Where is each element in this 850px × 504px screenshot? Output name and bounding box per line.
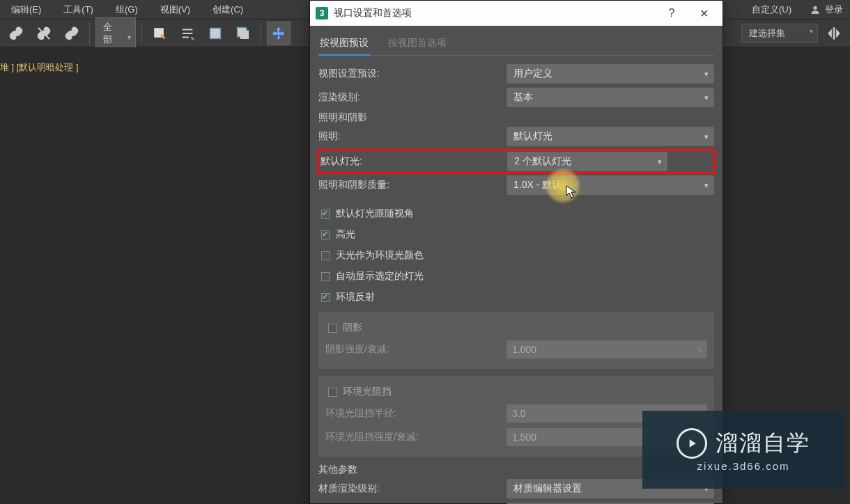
menu-tools[interactable]: 工具(T) xyxy=(52,0,105,19)
preset-combo[interactable]: 用户定义 xyxy=(507,64,714,84)
dialog-title: 视口设置和首选项 xyxy=(334,7,656,19)
select-object-icon[interactable] xyxy=(148,22,171,45)
menu-customize[interactable]: 自定义(U) xyxy=(741,0,803,19)
viewport-label[interactable]: 堆 ] [默认明暗处理 ] xyxy=(0,61,79,74)
render-level-combo[interactable]: 基本 xyxy=(507,88,714,107)
play-icon xyxy=(677,428,707,459)
link-icon[interactable] xyxy=(4,22,28,45)
select-window-crossing-icon[interactable] xyxy=(231,22,255,45)
login-label: 登录 xyxy=(825,3,843,16)
preset-label: 视图设置预设: xyxy=(318,68,507,80)
close-button[interactable]: ✕ xyxy=(688,3,720,24)
avatar-icon xyxy=(810,4,821,15)
ao-strength-label: 环境光阻挡强度/衰减: xyxy=(325,431,507,443)
cb-follow-view-label: 默认灯光跟随视角 xyxy=(336,207,414,220)
help-button[interactable]: ? xyxy=(656,3,688,24)
menu-edit[interactable]: 编辑(E) xyxy=(0,0,52,19)
cb-ao-label: 环境光阻挡 xyxy=(343,386,392,398)
bind-icon[interactable] xyxy=(60,22,84,45)
watermark: 溜溜自学 zixue.3d66.com xyxy=(642,411,844,489)
tab-prefs[interactable]: 按视图首选项 xyxy=(387,34,448,55)
watermark-title: 溜溜自学 xyxy=(716,428,810,459)
default-light-label: 默认灯光: xyxy=(320,155,507,168)
default-light-combo[interactable]: 2 个默认灯光 xyxy=(507,152,667,171)
default-light-row-highlight: 默认灯光: 2 个默认灯光 xyxy=(317,149,716,174)
cb-highlights[interactable] xyxy=(321,230,330,239)
cb-env-reflect[interactable] xyxy=(321,293,330,302)
shadow-panel: 阴影 阴影强度/衰减:1.000 xyxy=(318,312,714,369)
cb-shadow-label: 阴影 xyxy=(343,322,362,334)
cb-follow-view[interactable] xyxy=(321,210,330,219)
quality-combo[interactable]: 1.0X - 默认 xyxy=(507,175,714,195)
render-level-label: 渲染级别: xyxy=(318,91,507,104)
select-by-name-icon[interactable] xyxy=(176,22,199,45)
cb-env-reflect-label: 环境反射 xyxy=(336,291,375,304)
app-icon: 3 xyxy=(316,7,328,19)
mirror-icon[interactable] xyxy=(822,22,846,45)
lighting-section-label: 照明和阴影 xyxy=(318,111,714,124)
shadow-falloff-label: 阴影强度/衰减: xyxy=(325,343,507,356)
menu-group[interactable]: 组(G) xyxy=(105,0,149,19)
cb-skylight-ambient-label: 天光作为环境光颜色 xyxy=(336,249,424,262)
svg-rect-2 xyxy=(210,28,221,38)
mat-render-label: 材质渲染级别: xyxy=(318,482,507,495)
selection-filter-combo[interactable]: 全部 xyxy=(95,17,136,49)
cb-auto-show-light-label: 自动显示选定的灯光 xyxy=(336,270,424,283)
cb-ao[interactable] xyxy=(328,388,337,397)
login-button[interactable]: 登录 xyxy=(803,3,850,16)
lighting-label: 照明: xyxy=(318,130,507,143)
ao-radius-label: 环境光阻挡半径: xyxy=(325,407,507,420)
selection-set-combo[interactable]: 建选择集 xyxy=(741,24,818,43)
tab-preset[interactable]: 按视图预设 xyxy=(318,34,370,55)
select-region-icon[interactable] xyxy=(203,22,227,45)
cb-shadow[interactable] xyxy=(328,324,337,333)
cb-highlights-label: 高光 xyxy=(336,228,355,241)
move-tool-icon[interactable] xyxy=(267,22,291,45)
svg-rect-4 xyxy=(240,31,248,38)
menu-create[interactable]: 创建(C) xyxy=(201,0,254,19)
menu-view[interactable]: 视图(V) xyxy=(149,0,201,19)
lighting-combo[interactable]: 默认灯光 xyxy=(507,127,714,146)
svg-point-0 xyxy=(813,6,817,9)
dialog-titlebar: 3 视口设置和首选项 ? ✕ xyxy=(310,1,722,26)
cb-auto-show-light[interactable] xyxy=(321,272,330,281)
shadow-falloff-spinner[interactable]: 1.000 xyxy=(507,340,707,359)
watermark-url: zixue.3d66.com xyxy=(697,460,789,472)
unlink-icon[interactable] xyxy=(32,22,56,45)
cb-skylight-ambient[interactable] xyxy=(321,251,330,260)
tabs: 按视图预设 按视图首选项 xyxy=(318,34,714,56)
quality-label: 照明和阴影质量: xyxy=(318,179,507,191)
